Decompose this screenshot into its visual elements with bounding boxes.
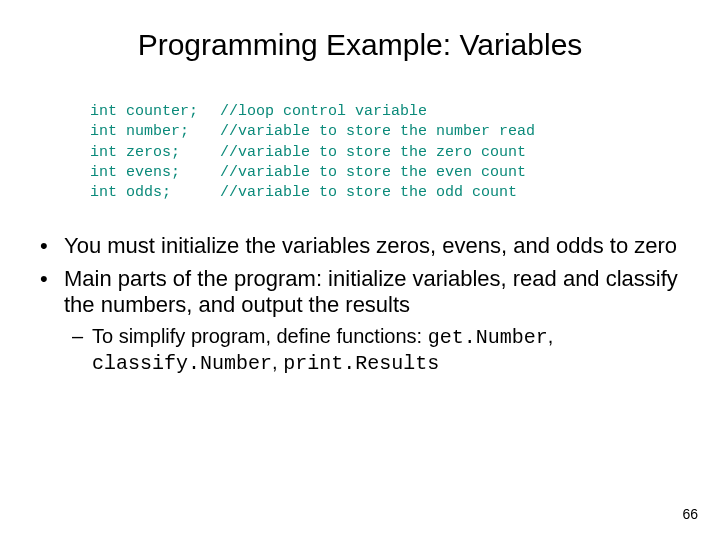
dash-icon: – <box>72 324 92 376</box>
code-comment: //variable to store the zero count <box>220 143 526 163</box>
code-declaration: int zeros; <box>90 143 220 163</box>
code-declaration: int odds; <box>90 183 220 203</box>
function-name: classify.Number <box>92 352 272 375</box>
slide: Programming Example: Variables int count… <box>0 0 720 540</box>
code-block: int counter; //loop control variable int… <box>90 102 720 203</box>
separator: , <box>548 325 554 347</box>
bullet-item: • Main parts of the program: initialize … <box>40 266 680 319</box>
bullet-item: • You must initialize the variables zero… <box>40 233 680 259</box>
code-comment: //loop control variable <box>220 102 427 122</box>
code-declaration: int evens; <box>90 163 220 183</box>
bullet-text: Main parts of the program: initialize va… <box>64 266 680 319</box>
sub-bullet-text: To simplify program, define functions: g… <box>92 324 680 376</box>
code-row: int number; //variable to store the numb… <box>90 122 720 142</box>
code-comment: //variable to store the number read <box>220 122 535 142</box>
code-declaration: int counter; <box>90 102 220 122</box>
sub-bullet-prefix: To simplify program, define functions: <box>92 325 428 347</box>
page-number: 66 <box>682 506 698 522</box>
code-row: int zeros; //variable to store the zero … <box>90 143 720 163</box>
code-comment: //variable to store the even count <box>220 163 526 183</box>
slide-title: Programming Example: Variables <box>0 0 720 72</box>
code-row: int counter; //loop control variable <box>90 102 720 122</box>
function-name: get.Number <box>428 326 548 349</box>
bullet-text: You must initialize the variables zeros,… <box>64 233 680 259</box>
bullet-dot-icon: • <box>40 233 64 259</box>
code-comment: //variable to store the odd count <box>220 183 517 203</box>
code-declaration: int number; <box>90 122 220 142</box>
separator: , <box>272 351 283 373</box>
bullet-list: • You must initialize the variables zero… <box>40 233 680 376</box>
sub-bullet-item: – To simplify program, define functions:… <box>72 324 680 376</box>
bullet-dot-icon: • <box>40 266 64 319</box>
code-row: int evens; //variable to store the even … <box>90 163 720 183</box>
function-name: print.Results <box>283 352 439 375</box>
code-row: int odds; //variable to store the odd co… <box>90 183 720 203</box>
